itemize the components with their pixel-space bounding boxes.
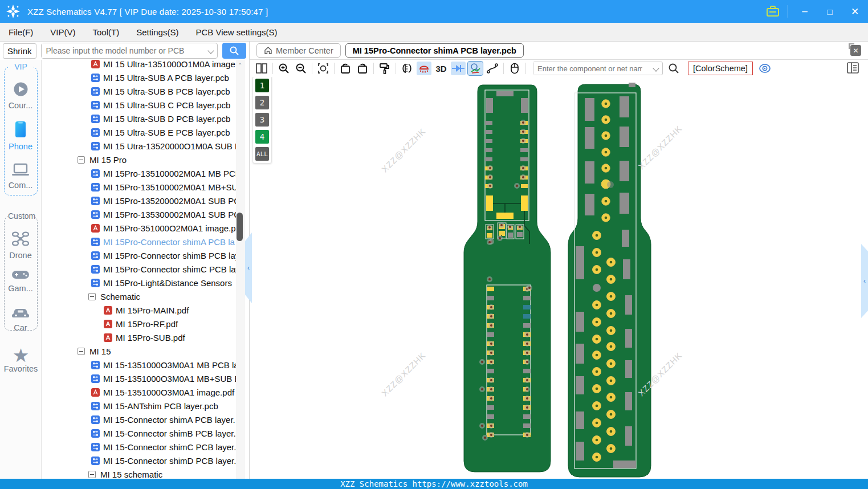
tree-row-mi-15pro-135100002m0a1-mb-su[interactable]: MI 15Pro-135100002M0A1 MB+SU [42,180,249,194]
tree-row-mi-15-ultra-sub-a-pcb-layer-pcb[interactable]: MI 15 Ultra-SUB A PCB layer.pcb [42,71,249,84]
pcb-canvas[interactable]: 1234ALL XZZ@XZZHK XZZ@XZZHK XZZ@XZZHK XZ… [249,77,868,479]
tree-scrollbar[interactable]: ⌃ [236,60,245,479]
zoom-out-icon[interactable] [294,62,308,75]
sidebar-item-gam[interactable]: Gam... [0,270,41,293]
fit-view-icon[interactable] [316,62,331,75]
lamp-highlight-icon[interactable] [417,62,431,75]
collapse-tree-handle[interactable]: ‹ [245,233,252,303]
net-inspect-icon[interactable] [468,62,483,75]
layer-button-2[interactable]: 2 [255,96,269,109]
tab-active-pcb[interactable]: MI 15Pro-Connector shimA PCB layer.pcb [345,43,524,58]
collapse-right-handle[interactable]: ‹ [861,244,868,318]
sidebar-item-cour[interactable]: Cour... [0,82,41,110]
shrink-button[interactable]: Shrink [3,43,36,59]
tree-group-mi-15-schematic[interactable]: MI 15 schematic [42,467,249,479]
home-icon [264,46,272,55]
search-button[interactable] [222,43,246,59]
layer-button-1[interactable]: 1 [255,79,269,92]
tree-group-mi-15[interactable]: MI 15 [42,344,249,358]
net-search-combo[interactable] [533,62,663,75]
collapse-minus-icon[interactable] [88,293,96,300]
minimize-button[interactable]: – [796,3,813,20]
diode-icon[interactable] [451,62,466,75]
layer-button-4[interactable]: 4 [255,130,269,144]
menu-item-file-f-[interactable]: File(F) [0,23,42,41]
rotate-ccw-icon[interactable] [338,62,353,75]
tree-row-mi-15pro-rf-pdf[interactable]: MI 15Pro-RF.pdf [42,317,249,331]
tree-row-mi-15pro-connector-shimb-pcb-lay[interactable]: MI 15Pro-Connector shimB PCB lay [42,248,249,262]
net-search-go-icon[interactable] [666,62,681,75]
menu-item-vip-v-[interactable]: VIP(V) [42,23,84,41]
tree-row-mi-15-ultra-sub-d-pcb-layer-pcb[interactable]: MI 15 Ultra-SUB D PCB layer.pcb [42,112,249,125]
menu-item-tool-t-[interactable]: Tool(T) [84,23,128,41]
pcb-file-icon [91,183,100,191]
tree-row-mi-15-connector-shimb-pcb-layer-p[interactable]: MI 15-Connector shimB PCB layer.p [42,426,249,440]
tree-row-mi-15-1351000o3m0a1-mb-sub-e[interactable]: MI 15-1351000O3M0A1 MB+SUB E [42,372,249,385]
3d-view-button[interactable]: 3D [434,62,449,75]
model-search-combo[interactable] [41,43,218,59]
chevron-down-icon[interactable] [207,47,214,54]
tree-row-mi-15pro-135100002m0a1-mb-pci[interactable]: MI 15Pro-135100002M0A1 MB PCI [42,166,249,180]
mirror-flip-icon[interactable] [400,62,414,75]
tree-row-mi-15-antshim-pcb-layer-pcb[interactable]: MI 15-ANTshim PCB layer.pcb [42,399,249,413]
tree-row-mi-15-utra-13520000o1m0a-sub-f[interactable]: MI 15 Utra-13520000O1M0A SUB F [42,139,249,153]
tree-row-label: MI 15-1351000O3M0A1 MB PCB la [103,360,239,370]
maximize-button[interactable]: □ [821,3,838,20]
tree-row-mi-15pro-connector-shima-pcb-la[interactable]: MI 15Pro-Connector shimA PCB la [42,235,249,248]
layer-button-all[interactable]: ALL [255,147,269,161]
measure-curve-icon[interactable] [485,62,500,75]
tree-row-mi-15pro-sub-pdf[interactable]: MI 15Pro-SUB.pdf [42,331,249,344]
layer-panel-toggle-icon[interactable] [847,62,859,76]
tree-row-mi-15pro-135300002m0a1-sub-pc[interactable]: MI 15Pro-135300002M0A1 SUB PC [42,207,249,221]
mouse-icon[interactable] [507,62,522,75]
split-view-icon[interactable] [254,62,269,75]
chevron-down-icon[interactable] [653,65,659,71]
sidebar-item-drone[interactable]: Drone [0,231,41,260]
status-text: XZZ Schematics https://www.xzztools.com [340,479,528,488]
tree-row-mi-15pro-main-pdf[interactable]: MI 15Pro-MAIN.pdf [42,303,249,317]
close-all-tabs-icon[interactable]: ✕ [850,45,861,56]
scrollbar-thumb[interactable] [237,213,243,241]
sidebar-item-phone[interactable]: Phone [0,121,41,151]
collapse-minus-icon[interactable] [88,471,96,478]
tree-row-mi-15-connector-shima-pcb-layer-[interactable]: MI 15-Connector shimA PCB layer. [42,413,249,426]
tree-row-mi-15-ultra-sub-c-pcb-layer-pcb[interactable]: MI 15 Ultra-SUB C PCB layer.pcb [42,98,249,112]
collapse-minus-icon[interactable] [78,156,85,164]
file-tree[interactable]: MI 15 Ultra-1351000O1M0A imageMI 15 Ultr… [42,60,249,479]
tree-group-schematic[interactable]: Schematic [42,290,249,303]
tree-row-mi-15pro-135200002m0a1-sub-pc[interactable]: MI 15Pro-135200002M0A1 SUB PC [42,194,249,207]
model-search-input[interactable] [42,43,201,58]
net-search-input[interactable] [533,62,646,75]
sidebar-item-favorites[interactable]: ★Favorites [0,347,42,373]
menu-item-pcb-view-settings-s-[interactable]: PCB View settings(S) [187,23,286,41]
layer-button-3[interactable]: 3 [255,113,269,127]
sidebar-item-car[interactable]: Car [0,307,41,332]
play-icon [13,82,28,99]
eye-target-icon[interactable] [757,62,772,75]
tree-row-mi-15-ultra-1351000o1m0a-image[interactable]: MI 15 Ultra-1351000O1M0A image [42,60,249,71]
tree-group-mi-15-pro[interactable]: MI 15 Pro [42,153,249,166]
tree-row-mi-15-1351000o3m0a1-mb-pcb-la[interactable]: MI 15-1351000O3M0A1 MB PCB la [42,358,249,372]
pcb-file-icon [91,115,100,123]
scroll-up-arrow[interactable]: ⌃ [238,62,242,68]
menu-item-settings-s-[interactable]: Settings(S) [128,23,187,41]
tree-row-mi-15-ultra-sub-e-pcb-layer-pcb[interactable]: MI 15 Ultra-SUB E PCB layer.pcb [42,125,249,139]
tree-row-mi-15pro-connector-shimc-pcb-lay[interactable]: MI 15Pro-Connector shimC PCB lay [42,262,249,276]
tree-row-mi-15pro-light-distance-sensors[interactable]: MI 15Pro-Light&Distance Sensors [42,276,249,290]
tree-row-label: MI 15 Ultra-SUB E PCB layer.pcb [103,128,230,137]
tree-row-mi-15-1351000o3m0a1-image-pdf[interactable]: MI 15-1351000O3M0A1 image.pdf [42,385,249,399]
tree-row-mi-15pro-351000o2m0a1-image-p[interactable]: MI 15Pro-351000O2M0A1 image.p [42,221,249,235]
tree-row-mi-15-ultra-sub-b-pcb-layer-pcb[interactable]: MI 15 Ultra-SUB B PCB layer.pcb [42,84,249,98]
zoom-in-icon[interactable] [276,62,291,75]
paint-roller-icon[interactable] [377,62,392,75]
rotate-cw-icon[interactable] [355,62,370,75]
tree-row-mi-15-connector-shimc-pcb-layer-p[interactable]: MI 15-Connector shimC PCB layer.p [42,440,249,454]
briefcase-icon[interactable] [766,5,780,18]
titlebar-divider [788,5,788,18]
colorscheme-button[interactable]: [ColorScheme] [688,62,753,75]
close-button[interactable]: ✕ [846,3,863,20]
sidebar-item-com[interactable]: Com... [0,163,41,190]
tab-member-center[interactable]: Member Center [256,43,341,58]
tree-row-mi-15-connector-shimd-pcb-layer-[interactable]: MI 15-Connector shimD PCB layer. [42,454,249,467]
collapse-minus-icon[interactable] [78,348,85,355]
